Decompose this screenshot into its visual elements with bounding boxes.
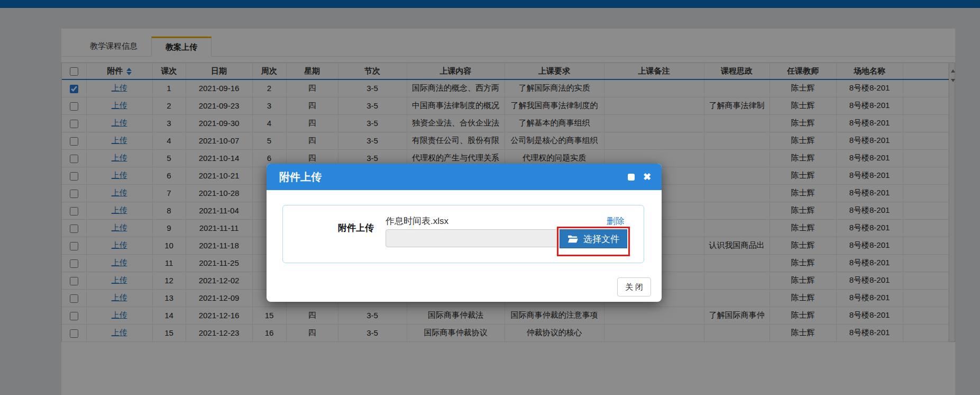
attachment-upload-dialog: 附件上传 ✖ 附件上传 作息时间表.xlsx 删除 选择文件 关 闭 (267, 164, 662, 302)
delete-file-link[interactable]: 删除 (607, 215, 625, 227)
dialog-title: 附件上传 (279, 170, 628, 184)
choose-file-button[interactable]: 选择文件 (560, 229, 627, 248)
file-path-input[interactable] (386, 229, 562, 247)
dialog-header[interactable]: 附件上传 ✖ (267, 164, 662, 190)
upload-fieldset: 附件上传 作息时间表.xlsx 删除 选择文件 (282, 205, 644, 263)
uploaded-file-name: 作息时间表.xlsx (386, 215, 448, 227)
dialog-body: 附件上传 作息时间表.xlsx 删除 选择文件 关 闭 (267, 190, 662, 302)
open-folder-icon (567, 235, 579, 244)
upload-field-label: 附件上传 (338, 222, 374, 234)
choose-file-label: 选择文件 (583, 233, 619, 245)
maximize-icon[interactable] (628, 174, 635, 181)
close-icon[interactable]: ✖ (643, 172, 651, 182)
close-dialog-button[interactable]: 关 闭 (617, 277, 651, 297)
